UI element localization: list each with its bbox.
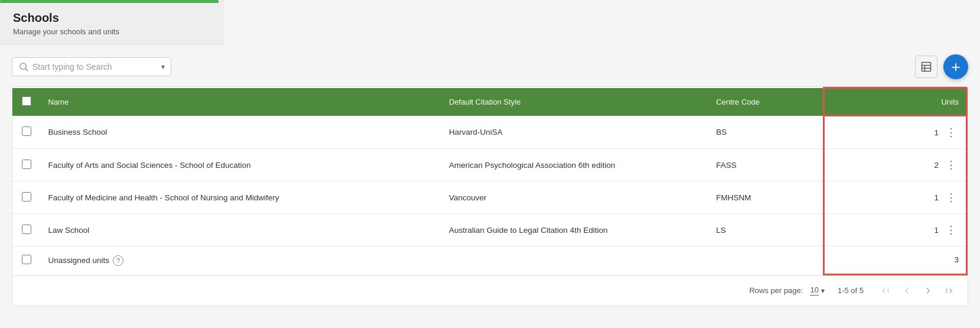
- row-more-menu-button[interactable]: ⋮: [943, 125, 959, 140]
- row-more-menu-button[interactable]: ⋮: [943, 157, 959, 173]
- rows-per-page-arrow: ▾: [821, 287, 825, 295]
- header-name: Name: [41, 88, 442, 116]
- units-value: 2: [934, 161, 939, 170]
- header-units: Units: [823, 88, 966, 116]
- row-units: 1⋮: [823, 181, 966, 214]
- add-icon: +: [951, 59, 960, 74]
- header-box: Schools Manage your schools and units: [0, 3, 224, 44]
- first-page-button[interactable]: [877, 282, 894, 300]
- row-checkbox[interactable]: [22, 192, 31, 202]
- header-centre: Centre Code: [709, 88, 823, 116]
- units-value: 3: [954, 255, 959, 264]
- svg-line-1: [25, 69, 28, 71]
- row-citation: [442, 246, 709, 275]
- row-centre: LS: [709, 214, 823, 246]
- schools-table-wrapper: Name Default Citation Style Centre Code …: [12, 86, 968, 306]
- row-checkbox-cell: [12, 181, 41, 214]
- pagination: Rows per page: 10 ▾ 1-5 of 5: [12, 275, 968, 306]
- row-units: 3: [823, 246, 966, 275]
- units-value: 1: [934, 128, 939, 137]
- table-row: Unassigned units?3: [12, 246, 967, 275]
- header-area: Schools Manage your schools and units: [0, 0, 224, 45]
- row-citation: Harvard-UniSA: [442, 116, 709, 149]
- rows-per-page-label: Rows per page:: [749, 286, 803, 295]
- search-dropdown-icon[interactable]: ▾: [161, 63, 165, 71]
- schools-table: Name Default Citation Style Centre Code …: [12, 87, 968, 275]
- search-icon: [18, 61, 29, 72]
- table-header-row: Name Default Citation Style Centre Code …: [12, 88, 967, 116]
- header-checkbox-cell: [12, 88, 41, 116]
- table-row: Faculty of Arts and Social Sciences - Sc…: [12, 149, 967, 181]
- toolbar-right: +: [915, 54, 968, 79]
- row-more-menu-button[interactable]: ⋮: [943, 222, 959, 238]
- svg-point-0: [20, 63, 27, 70]
- row-citation: Vancouver: [442, 181, 709, 214]
- row-checkbox[interactable]: [22, 225, 31, 234]
- row-centre: BS: [709, 116, 823, 149]
- page-title: Schools: [13, 11, 211, 25]
- rows-per-page-select[interactable]: 10 ▾: [810, 285, 824, 295]
- export-icon: [920, 61, 932, 73]
- toolbar: Start typing to Search ▾ +: [12, 54, 968, 79]
- page-subtitle: Manage your schools and units: [13, 27, 211, 36]
- row-units: 1⋮: [823, 116, 966, 149]
- next-page-button[interactable]: [919, 282, 937, 300]
- search-box[interactable]: Start typing to Search ▾: [12, 57, 171, 76]
- table-row: Law SchoolAustralian Guide to Legal Cita…: [12, 214, 967, 246]
- row-centre: FMHSNM: [709, 181, 823, 214]
- row-checkbox-cell: [12, 214, 41, 246]
- row-citation: Australian Guide to Legal Citation 4th E…: [442, 214, 709, 246]
- row-checkbox[interactable]: [22, 160, 31, 169]
- row-name: Unassigned units?: [41, 246, 442, 275]
- last-page-icon: [944, 285, 955, 296]
- units-value: 1: [934, 226, 939, 235]
- table-row: Faculty of Medicine and Health - School …: [12, 181, 967, 214]
- row-name: Faculty of Medicine and Health - School …: [41, 181, 442, 214]
- table-body: Business SchoolHarvard-UniSABS1⋮Faculty …: [12, 116, 967, 275]
- row-more-menu-button[interactable]: ⋮: [943, 190, 959, 205]
- table-row: Business SchoolHarvard-UniSABS1⋮: [12, 116, 967, 149]
- prev-page-button[interactable]: [898, 282, 916, 300]
- last-page-button[interactable]: [940, 282, 958, 300]
- next-page-icon: [923, 285, 933, 296]
- first-page-icon: [880, 285, 891, 296]
- row-checkbox[interactable]: [22, 255, 31, 264]
- main-content: Start typing to Search ▾ +: [0, 45, 980, 316]
- row-checkbox[interactable]: [22, 126, 31, 136]
- row-checkbox-cell: [12, 116, 41, 149]
- row-name: Faculty of Arts and Social Sciences - Sc…: [41, 149, 442, 181]
- help-icon[interactable]: ?: [113, 255, 123, 266]
- prev-page-icon: [901, 285, 912, 296]
- row-name: Law School: [41, 214, 442, 246]
- row-units: 1⋮: [823, 214, 966, 246]
- row-checkbox-cell: [12, 246, 41, 275]
- row-checkbox-cell: [12, 149, 41, 181]
- rows-per-page-value: 10: [810, 285, 818, 295]
- export-button[interactable]: [915, 56, 937, 78]
- header-citation: Default Citation Style: [442, 88, 709, 116]
- select-all-checkbox[interactable]: [22, 96, 31, 106]
- page-info: 1-5 of 5: [838, 286, 864, 295]
- row-centre: FASS: [709, 149, 823, 181]
- units-value: 1: [934, 193, 939, 202]
- row-name: Business School: [41, 116, 442, 149]
- row-citation: American Psychological Association 6th e…: [442, 149, 709, 181]
- search-placeholder-text: Start typing to Search: [32, 62, 158, 72]
- svg-rect-2: [922, 63, 931, 72]
- row-units: 2⋮: [823, 149, 966, 181]
- add-button[interactable]: +: [943, 54, 968, 79]
- row-centre: [709, 246, 823, 275]
